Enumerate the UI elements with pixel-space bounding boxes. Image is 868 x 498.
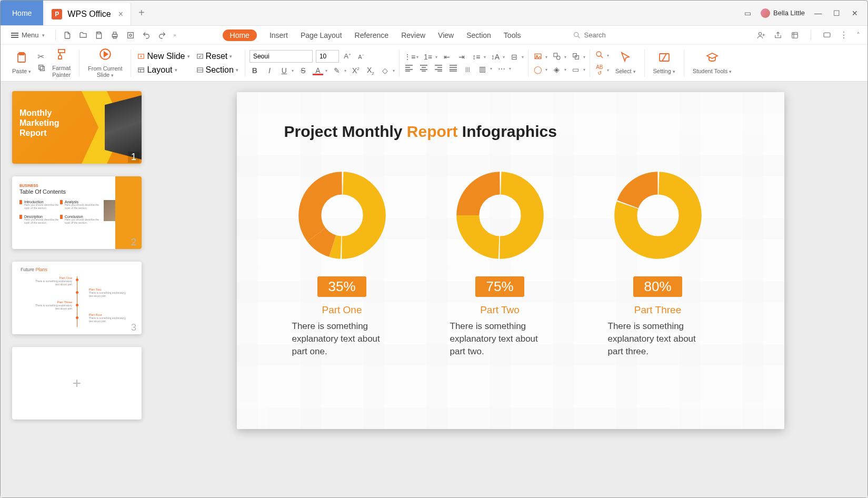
slide-canvas[interactable]: Project Monthly Report Infographics 35% [237,92,784,429]
open-file-icon[interactable] [79,31,87,39]
svg-point-23 [556,56,560,59]
select-group[interactable]: Select ▾ [611,47,640,79]
print-icon[interactable] [111,31,119,39]
align-justify-icon[interactable] [448,64,458,73]
format-painter-group[interactable]: Farmat Painter [48,47,75,79]
chart-col-3[interactable]: 80% Part Three There is something explan… [600,168,716,357]
slide-thumb-2[interactable]: BUSINESS Table Of Contents IntroductionH… [12,176,142,249]
menubar: Menu ▾ » Home Insert Page Layout Referen… [1,26,867,45]
close-window-icon[interactable]: ✕ [850,7,860,19]
decrease-font-icon[interactable]: A− [356,53,366,60]
arrange-icon[interactable] [571,52,581,62]
student-tools-group[interactable]: Student Tools ▾ [689,47,736,79]
add-tab-button[interactable]: + [131,1,152,25]
tab-tools[interactable]: Tools [504,31,521,39]
increase-font-icon[interactable]: A+ [342,52,353,60]
print-preview-icon[interactable] [126,31,135,39]
tab-reference[interactable]: Reference [355,31,389,39]
share-icon[interactable] [774,31,782,39]
strikethrough-icon[interactable]: S [298,66,308,75]
document-tab[interactable]: P WPS Office × [45,3,131,25]
search-area[interactable] [573,31,658,39]
layout-button[interactable]: Layout▾ [135,64,192,76]
slide-thumb-1[interactable]: Monthly Marketing Report 1 [12,91,142,164]
more-paragraph-icon[interactable]: ⋯ [496,65,507,73]
search-input[interactable] [584,31,658,39]
columns-icon[interactable]: ▥ [477,65,488,73]
user-area[interactable]: Bella Little [761,8,805,18]
superscript-icon[interactable]: X2 [351,66,361,75]
new-slide-button[interactable]: New Slide▾ [135,51,192,62]
bullets-icon[interactable]: ⋮≡ [404,53,414,61]
from-current-label: From Current Slide ▾ [88,65,122,78]
highlight-icon[interactable]: ✎ [332,66,342,75]
new-file-icon[interactable] [63,31,72,39]
paste-label: Paste ▾ [12,68,31,75]
decrease-indent-icon[interactable]: ⇤ [442,53,452,61]
slide-thumb-3[interactable]: Future Plans Part OneThere is something … [12,262,142,334]
home-button[interactable]: Home [1,1,43,25]
tab-review[interactable]: Review [401,31,425,39]
effects-icon[interactable]: ▭ [571,65,581,74]
maximize-icon[interactable]: ☐ [831,7,842,19]
quick-access-more-icon[interactable]: » [174,33,176,38]
tab-page-layout[interactable]: Page Layout [301,31,342,39]
picture-icon[interactable] [533,52,543,62]
text-direction-icon[interactable]: ↕A [490,53,501,61]
distribute-icon[interactable]: ⫼ [463,65,473,73]
italic-icon[interactable]: I [264,66,275,75]
numbering-icon[interactable]: 1≡ [423,53,433,61]
svg-rect-0 [97,32,100,34]
align-text-icon[interactable]: ⊟ [509,53,520,61]
reset-button[interactable]: Reset▾ [194,51,241,62]
font-name-select[interactable] [250,50,313,63]
cut-icon[interactable]: ✂ [37,52,46,62]
line-spacing-icon[interactable]: ↕≡ [471,53,482,61]
find-icon[interactable] [594,50,605,61]
replace-icon[interactable]: AB↺ [594,64,605,76]
add-slide-thumb[interactable]: + [12,347,142,420]
outline-icon[interactable]: ◈ [552,65,562,74]
underline-icon[interactable]: U [279,66,290,75]
tab-insert[interactable]: Insert [270,31,288,39]
history-icon[interactable] [791,31,799,39]
tab-section[interactable]: Section [466,31,491,39]
window-snap-icon[interactable]: ▭ [742,7,753,19]
bold-icon[interactable]: B [250,66,260,75]
align-center-icon[interactable] [418,64,429,73]
fill-icon[interactable]: ◯ [533,65,543,74]
font-size-select[interactable] [316,50,339,63]
slide-thumbnails-pane[interactable]: Monthly Marketing Report 1 BUSINESS Tabl… [1,82,153,497]
part-text-3: There is something explanatory text abou… [608,320,708,357]
more-icon[interactable]: ⋮ [840,30,848,40]
chart-col-1[interactable]: 35% Part One There is something explanat… [284,168,400,357]
menu-button[interactable]: Menu ▾ [8,29,48,41]
minimize-icon[interactable]: — [812,7,824,19]
tab-view[interactable]: View [438,31,454,39]
shapes-icon[interactable] [552,52,562,62]
collapse-ribbon-icon[interactable]: ˄ [856,31,860,39]
setting-group[interactable]: Setting ▾ [649,47,680,79]
align-right-icon[interactable] [433,64,444,73]
redo-icon[interactable] [158,31,166,39]
save-icon[interactable] [95,31,103,39]
subscript-icon[interactable]: X2 [365,66,376,76]
paste-group[interactable]: Paste ▾ [8,47,35,79]
tab-home[interactable]: Home [223,29,257,41]
close-tab-icon[interactable]: × [116,9,125,19]
canvas-viewport[interactable]: Project Monthly Report Infographics 35% [153,82,867,497]
thumb-number: 3 [128,322,139,333]
copy-icon[interactable] [37,64,46,74]
undo-icon[interactable] [142,31,151,39]
font-color-icon[interactable]: A [313,66,323,75]
add-user-icon[interactable] [757,31,765,39]
align-left-icon[interactable] [404,64,414,73]
section-button[interactable]: Section▾ [194,64,241,76]
increase-indent-icon[interactable]: ⇥ [456,53,467,61]
svg-point-26 [596,52,601,56]
from-current-slide-group[interactable]: From Current Slide ▾ [84,47,126,79]
clear-formatting-icon[interactable]: ◇ [380,66,391,75]
chat-icon[interactable] [823,31,831,39]
chart-col-2[interactable]: 75% Part Two There is something explanat… [442,168,558,357]
slide-title[interactable]: Project Monthly Report Infographics [284,123,737,141]
